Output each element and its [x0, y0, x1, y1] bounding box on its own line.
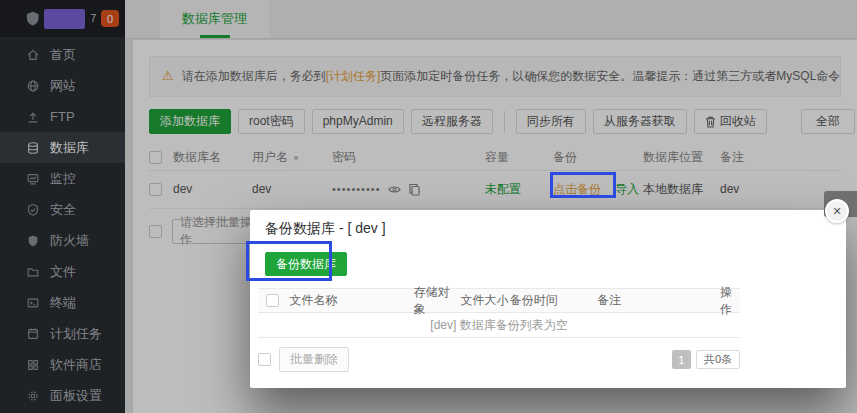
modal-button-row: 备份数据库 [250, 244, 846, 282]
backup-table-header-row: 文件名称 存储对象 文件大小 备份时间 备注 操作 [258, 288, 740, 313]
page-number[interactable]: 1 [672, 350, 691, 369]
col-header-backup-time: 备份时间 [510, 292, 597, 309]
col-header-filename: 文件名称 [290, 292, 414, 309]
backup-select-all-checkbox[interactable] [266, 294, 279, 307]
modal-batch-checkbox[interactable] [258, 353, 271, 366]
pagination: 1 共0条 [672, 350, 740, 369]
empty-list-message: [dev] 数据库备份列表为空 [258, 313, 740, 338]
backup-list-table: 文件名称 存储对象 文件大小 备份时间 备注 操作 [dev] 数据库备份列表为… [258, 288, 838, 338]
total-count: 共0条 [696, 350, 740, 369]
modal-title: 备份数据库 - [ dev ] [250, 210, 846, 244]
backup-database-button[interactable]: 备份数据库 [265, 252, 347, 276]
backup-database-modal: 备份数据库 - [ dev ] 备份数据库 文件名称 存储对象 文件大小 备份时… [250, 210, 846, 388]
modal-footer: 批量删除 1 共0条 [258, 347, 740, 372]
col-header-operations: 操作 [720, 284, 732, 318]
col-header-filesize: 文件大小 [461, 292, 510, 309]
batch-delete-button[interactable]: 批量删除 [279, 347, 349, 372]
col-header-note: 备注 [597, 292, 720, 309]
modal-close-button[interactable]: ✕ [825, 199, 849, 223]
